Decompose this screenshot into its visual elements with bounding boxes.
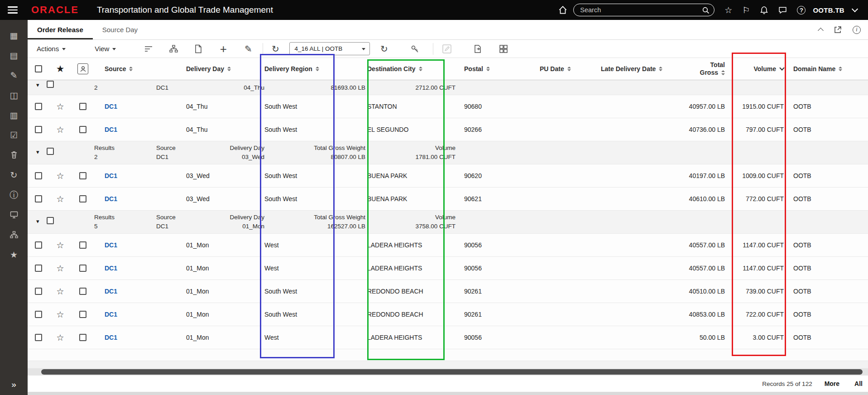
document-check-icon[interactable]: ☑ xyxy=(0,125,28,145)
key-icon[interactable] xyxy=(409,43,420,54)
row-favorite-star-icon[interactable]: ☆ xyxy=(56,195,64,203)
group-expand-triangle-icon[interactable]: ▾ xyxy=(36,82,39,88)
sidebar-expand-icon[interactable]: » xyxy=(0,380,28,390)
row-favorite-star-icon[interactable]: ☆ xyxy=(56,102,64,111)
open-in-new-icon[interactable] xyxy=(834,26,842,34)
row-checkbox[interactable] xyxy=(35,265,42,272)
sort-filter-icon[interactable] xyxy=(143,43,154,54)
row-checkbox[interactable] xyxy=(35,126,42,133)
home-icon[interactable] xyxy=(558,5,568,15)
trash-icon[interactable] xyxy=(0,145,28,165)
copy-icon[interactable]: ◫ xyxy=(0,85,28,105)
more-button[interactable]: More xyxy=(825,380,839,387)
reload-icon[interactable]: ↻ xyxy=(379,43,389,54)
row-secondary-checkbox[interactable] xyxy=(79,241,86,249)
row-favorite-star-icon[interactable]: ☆ xyxy=(56,310,64,319)
row-checkbox[interactable] xyxy=(35,288,42,295)
refresh-results-icon[interactable]: ↻ xyxy=(270,43,281,54)
row-favorite-star-icon[interactable]: ☆ xyxy=(56,241,64,250)
group-checkbox[interactable] xyxy=(47,148,54,155)
horizontal-scrollbar[interactable] xyxy=(28,368,868,376)
export-icon[interactable] xyxy=(472,43,483,54)
column-header-delivery-region[interactable]: Delivery Region xyxy=(260,58,335,80)
row-secondary-checkbox[interactable] xyxy=(79,195,86,202)
hierarchy-view-icon[interactable] xyxy=(168,43,179,54)
row-checkbox[interactable] xyxy=(35,172,42,179)
row-secondary-checkbox[interactable] xyxy=(79,103,86,110)
new-document-icon[interactable] xyxy=(193,43,204,54)
source-link[interactable]: DC1 xyxy=(105,103,117,110)
search-icon[interactable] xyxy=(702,6,710,14)
favorites-icon[interactable]: ☆ xyxy=(724,6,732,14)
tab-source-day[interactable]: Source Day xyxy=(93,20,147,39)
column-header-postal[interactable]: Postal xyxy=(458,58,517,80)
row-checkbox[interactable] xyxy=(35,103,42,110)
column-header-pu-date[interactable]: PU Date xyxy=(532,58,587,80)
favorites-star-icon[interactable]: ★ xyxy=(0,245,28,265)
view-button[interactable]: View xyxy=(95,45,116,53)
select-all-checkbox[interactable] xyxy=(35,65,42,72)
assignee-column-icon[interactable] xyxy=(77,63,88,74)
order-entry-icon[interactable]: ✎ xyxy=(0,65,28,85)
row-checkbox[interactable] xyxy=(35,195,42,202)
source-link[interactable]: DC1 xyxy=(105,311,117,318)
actions-button[interactable]: Actions xyxy=(37,45,66,53)
add-icon[interactable]: + xyxy=(218,43,229,54)
source-link[interactable]: DC1 xyxy=(105,265,117,272)
favorites-column-icon[interactable]: ★ xyxy=(57,64,64,74)
sync-icon[interactable]: ↻ xyxy=(0,165,28,185)
row-checkbox[interactable] xyxy=(35,334,42,341)
column-header-domain-name[interactable]: Domain Name xyxy=(791,58,849,80)
monitor-icon[interactable] xyxy=(0,205,28,225)
column-header-source[interactable]: Source xyxy=(95,58,181,80)
row-favorite-star-icon[interactable]: ☆ xyxy=(56,287,64,296)
row-favorite-star-icon[interactable]: ☆ xyxy=(56,172,64,180)
row-secondary-checkbox[interactable] xyxy=(79,311,86,318)
row-secondary-checkbox[interactable] xyxy=(79,172,86,179)
source-link[interactable]: DC1 xyxy=(105,126,117,133)
source-link[interactable]: DC1 xyxy=(105,334,117,341)
scrollbar-thumb[interactable] xyxy=(41,369,863,375)
grid-layout-icon[interactable] xyxy=(498,43,509,54)
menu-icon[interactable] xyxy=(8,6,18,14)
group-checkbox[interactable] xyxy=(47,217,54,224)
group-checkbox[interactable] xyxy=(47,81,54,88)
row-secondary-checkbox[interactable] xyxy=(79,265,86,272)
column-header-total-gross[interactable]: Total Gross xyxy=(652,58,729,80)
network-icon[interactable] xyxy=(0,225,28,245)
search-input[interactable] xyxy=(580,6,702,14)
group-expand-triangle-icon[interactable]: ▾ xyxy=(36,149,39,155)
workbench-icon[interactable]: ▦ xyxy=(0,25,28,45)
tab-order-release[interactable]: Order Release xyxy=(28,20,93,39)
column-header-volume[interactable]: Volume xyxy=(729,58,788,80)
row-checkbox[interactable] xyxy=(35,311,42,318)
row-favorite-star-icon[interactable]: ☆ xyxy=(56,264,64,273)
user-menu-chevron-icon[interactable] xyxy=(852,5,858,12)
group-expand-triangle-icon[interactable]: ▾ xyxy=(36,218,39,224)
planning-grid-icon[interactable]: ▥ xyxy=(0,105,28,125)
flag-icon[interactable]: ⚐ xyxy=(742,6,750,14)
source-link[interactable]: DC1 xyxy=(105,172,117,179)
column-header-delivery-day[interactable]: Delivery Day xyxy=(181,58,260,80)
info-icon[interactable]: ⓘ xyxy=(0,185,28,205)
row-secondary-checkbox[interactable] xyxy=(79,288,86,295)
row-secondary-checkbox[interactable] xyxy=(79,334,86,341)
source-link[interactable]: DC1 xyxy=(105,195,117,202)
chat-icon[interactable] xyxy=(778,6,787,14)
row-checkbox[interactable] xyxy=(35,241,42,249)
source-link[interactable]: DC1 xyxy=(105,241,117,249)
edit-pencil-icon[interactable]: ✎ xyxy=(243,43,254,54)
row-favorite-star-icon[interactable]: ☆ xyxy=(56,333,64,342)
shipments-icon[interactable]: ▤ xyxy=(0,45,28,65)
collapse-panel-icon[interactable] xyxy=(818,28,824,34)
all-button[interactable]: All xyxy=(854,380,863,387)
column-header-destination-city[interactable]: Destination City xyxy=(362,58,441,80)
help-icon[interactable]: ? xyxy=(797,6,806,14)
username-label[interactable]: OOTB.TB xyxy=(813,6,844,14)
source-link[interactable]: DC1 xyxy=(105,288,117,295)
row-secondary-checkbox[interactable] xyxy=(79,126,86,133)
panel-info-icon[interactable]: i xyxy=(853,26,861,34)
row-favorite-star-icon[interactable]: ☆ xyxy=(56,125,64,134)
notifications-bell-icon[interactable] xyxy=(760,6,768,14)
saved-search-dropdown[interactable]: 4_16 ALL | OOTB xyxy=(289,42,370,55)
